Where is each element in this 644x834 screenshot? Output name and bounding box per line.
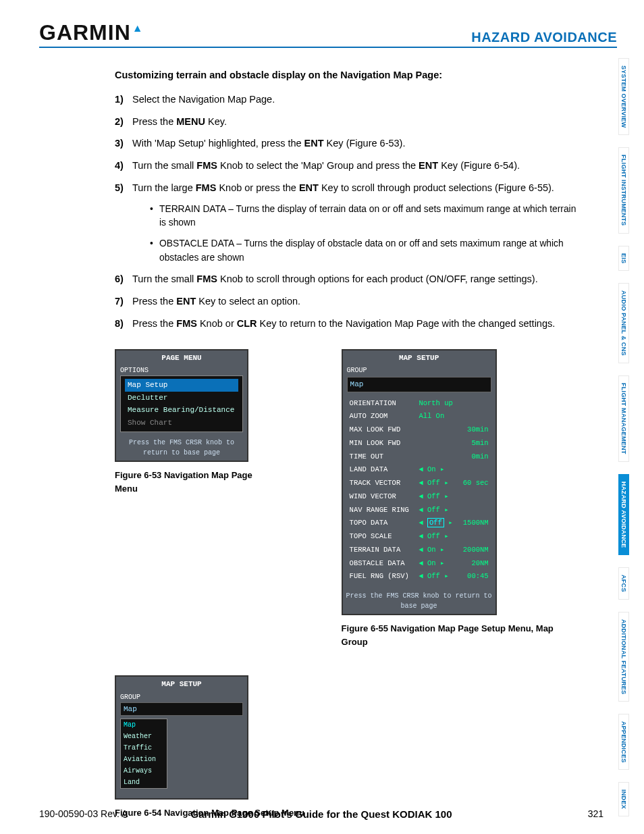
setup-row: ORIENTATIONNorth up — [348, 398, 490, 410]
section-title: HAZARD AVOIDANCE — [471, 30, 617, 45]
panel-title: MAP SETUP — [343, 350, 495, 366]
panel-group-label: OPTIONS — [116, 365, 247, 375]
panel-group-label: GROUP — [116, 692, 247, 702]
setup-row: MIN LOOK FWD5min — [348, 438, 490, 450]
procedure-steps: 1)Select the Navigation Map Page. 2)Pres… — [115, 93, 576, 332]
section-tab[interactable]: SYSTEM OVERVIEW — [618, 58, 629, 135]
setup-row: TOPO SCALE◄ Off ▸ — [348, 531, 490, 543]
setup-row: MAX LOOK FWD30min — [348, 424, 490, 436]
step-3: 3)With 'Map Setup' highlighted, press th… — [115, 136, 576, 151]
group-selected: Map — [347, 377, 491, 392]
map-setup-group-panel: MAP SETUP GROUP Map MapWeatherTrafficAvi… — [115, 675, 248, 800]
page-number: 321 — [588, 808, 603, 819]
dropdown-item: Aviation — [121, 754, 167, 765]
step-7: 7)Press the ENT Key to select an option. — [115, 294, 576, 309]
dropdown-item: Weather — [121, 731, 167, 742]
section-tab[interactable]: AUDIO PANEL & CNS — [618, 283, 629, 363]
logo-text: GARMIN — [39, 20, 131, 45]
section-tab[interactable]: AFCS — [618, 567, 629, 600]
figure-caption: Figure 6-55 Navigation Map Page Setup Me… — [342, 622, 576, 648]
step-8: 8)Press the FMS Knob or CLR Key to retur… — [115, 317, 576, 332]
setup-row: FUEL RNG (RSV)◄ Off ▸00:45 — [348, 571, 490, 583]
setup-row: OBSTACLE DATA◄ On ▸20NM — [348, 558, 490, 570]
setup-row: LAND DATA◄ On ▸ — [348, 464, 490, 476]
menu-item: Map Setup — [125, 379, 238, 392]
logo-triangle-icon: ▲ — [132, 22, 144, 34]
dropdown-item: Map — [121, 719, 167, 731]
panel-group-label: GROUP — [343, 365, 495, 375]
section-tab[interactable]: FLIGHT INSTRUMENTS — [618, 147, 629, 233]
figure-54: MAP SETUP GROUP Map MapWeatherTrafficAvi… — [115, 675, 304, 820]
setup-row: TOPO DATA◄ Off ▸1500NM — [348, 517, 490, 529]
map-setup-panel: MAP SETUP GROUP Map ORIENTATIONNorth upA… — [342, 349, 497, 616]
dropdown-item: Traffic — [121, 742, 167, 754]
panel-title: PAGE MENU — [116, 350, 247, 366]
setup-row: WIND VECTOR◄ Off ▸ — [348, 491, 490, 503]
dropdown-item: Airways — [121, 765, 167, 777]
setup-row: TERRAIN DATA◄ On ▸2000NM — [348, 544, 490, 556]
section-tab[interactable]: ADDITIONAL FEATURES — [618, 612, 629, 702]
main-content: Customizing terrain and obstacle display… — [39, 68, 617, 820]
group-dropdown: MapWeatherTrafficAviationAirwaysLand — [120, 719, 167, 789]
page-footer: 190-00590-03 Rev. A Garmin G1000 Pilot's… — [39, 808, 603, 819]
step-2: 2)Press the MENU Key. — [115, 115, 576, 130]
map-setup-table: ORIENTATIONNorth upAUTO ZOOMAll On MAX L… — [347, 396, 491, 585]
page-menu-panel: PAGE MENU OPTIONS Map SetupDeclutterMeas… — [115, 349, 248, 463]
dropdown-item: Land — [121, 777, 167, 788]
step-4: 4)Turn the small FMS Knob to select the … — [115, 159, 576, 174]
step-1: 1)Select the Navigation Map Page. — [115, 93, 576, 107]
menu-item: Declutter — [125, 392, 238, 405]
bullet-terrain: TERRAIN DATA – Turns the display of terr… — [150, 203, 576, 230]
figure-55: MAP SETUP GROUP Map ORIENTATIONNorth upA… — [342, 349, 576, 649]
group-selected: Map — [120, 702, 243, 716]
setup-row: AUTO ZOOMAll On — [348, 411, 490, 423]
bullet-obstacle: OBSTACLE DATA – Turns the display of obs… — [150, 237, 576, 265]
step-6: 6)Turn the small FMS Knob to scroll thro… — [115, 272, 576, 287]
section-tab[interactable]: FLIGHT MANAGEMENT — [618, 375, 629, 462]
step-5: 5)Turn the large FMS Knob or press the E… — [115, 181, 576, 265]
page-header: GARMIN▲ HAZARD AVOIDANCE — [39, 20, 617, 48]
procedure-heading: Customizing terrain and obstacle display… — [115, 68, 576, 83]
section-tab[interactable]: EIS — [618, 246, 629, 271]
section-tabs: SYSTEM OVERVIEWFLIGHT INSTRUMENTSEISAUDI… — [618, 58, 639, 829]
setup-row: NAV RANGE RING◄ Off ▸ — [348, 504, 490, 517]
menu-item: Show Chart — [125, 417, 238, 429]
section-tab[interactable]: HAZARD AVOIDANCE — [618, 474, 629, 555]
figure-caption: Figure 6-53 Navigation Map Page Menu — [115, 469, 274, 495]
section-tab[interactable]: INDEX — [618, 782, 629, 816]
panel-hint: Press the FMS CRSR knob to return to bas… — [116, 435, 247, 461]
figure-53: PAGE MENU OPTIONS Map SetupDeclutterMeas… — [115, 349, 274, 496]
menu-item: Measure Bearing/Distance — [125, 404, 238, 417]
doc-title: Garmin G1000 Pilot's Guide for the Quest… — [39, 808, 603, 820]
step-5-bullets: TERRAIN DATA – Turns the display of terr… — [132, 203, 576, 265]
garmin-logo: GARMIN▲ — [39, 20, 142, 45]
setup-row: TIME OUT0min — [348, 451, 490, 463]
setup-row: TRACK VECTOR◄ Off ▸60 sec — [348, 477, 490, 490]
section-tab[interactable]: APPENDICES — [618, 714, 629, 771]
panel-hint: Press the FMS CRSR knob to return to bas… — [343, 588, 495, 614]
panel-title: MAP SETUP — [116, 677, 247, 692]
